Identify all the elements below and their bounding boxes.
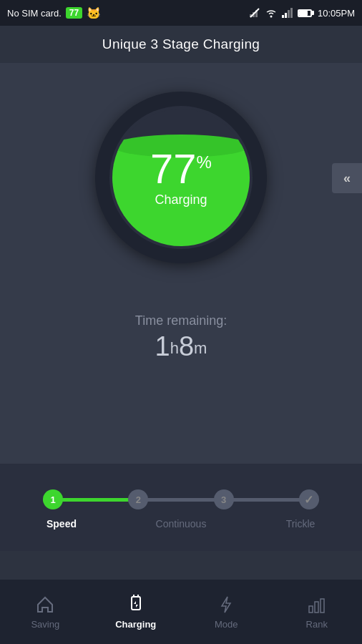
time-hours-unit: h [170,339,179,357]
slider-nodes: 1 2 3 ✓ [43,485,319,514]
slider-node-check[interactable]: ✓ [299,489,319,509]
svg-rect-17 [315,602,318,613]
cat-icon: 🐱 [87,6,101,20]
title-bar: Unique 3 Stage Charging [0,26,362,63]
battery-status-label: Charging [155,192,207,208]
slider-node-1[interactable]: 1 [43,489,63,509]
slider-node-1-label: 1 [50,494,55,505]
svg-rect-3 [255,10,258,17]
charging-icon [126,595,146,615]
svg-rect-18 [321,599,324,613]
main-content: « [0,63,362,464]
svg-rect-2 [253,12,255,17]
cell-signal-icon [282,8,293,18]
slider-label-trickle: Trickle [272,518,329,530]
slider-track-container[interactable]: 1 2 3 ✓ [29,485,333,514]
home-icon [35,595,55,615]
nav-label-rank: Rank [306,619,328,630]
time-minutes: 8 [179,331,194,361]
slider-node-3-label: 3 [221,494,226,505]
status-bar: No SIM card. 77 🐱 10:05PM [0,0,362,26]
nav-label-saving: Saving [31,619,59,630]
bolt-icon [216,595,236,615]
svg-rect-7 [288,10,290,18]
status-left: No SIM card. 77 🐱 [7,6,101,20]
signal-slash-icon [249,7,260,19]
nav-item-rank[interactable]: Rank [272,580,363,644]
slider-node-2-label: 2 [136,494,141,505]
bar-chart-icon [307,595,327,615]
status-right: 10:05PM [249,7,355,19]
time-minutes-unit: m [194,339,207,357]
no-sim-text: No SIM card. [7,8,62,19]
time-remaining-value: 1h8m [155,331,207,362]
svg-rect-6 [285,13,287,18]
slider-label-continuous: Continuous [152,518,210,530]
battery-outer-ring: 77% Charging [95,92,267,263]
collapse-button[interactable]: « [332,163,362,193]
svg-rect-16 [309,606,313,613]
time-display: 10:05PM [318,8,355,19]
page-title: Unique 3 Stage Charging [102,36,260,52]
battery-percent-display: 77% [150,148,212,190]
battery-percent-value: 77 [150,148,197,190]
battery-inner: 77% Charging [109,106,253,249]
svg-rect-1 [250,14,252,17]
slider-labels: Speed Continuous Trickle [29,518,333,530]
wifi-icon [265,8,278,18]
nav-label-mode: Mode [215,619,238,630]
slider-label-speed: Speed [33,518,90,530]
nav-item-saving[interactable]: Saving [0,580,91,644]
stage-section: 1 2 3 ✓ Speed Continuous Trickle [0,464,362,551]
svg-rect-8 [290,8,293,18]
battery-circle-container: 77% Charging [95,92,267,263]
time-remaining-section: Time remaining: 1h8m [135,313,227,362]
battery-icon [298,9,312,17]
collapse-icon: « [343,171,351,186]
svg-rect-5 [282,15,284,18]
nav-item-charging[interactable]: Charging [91,580,182,644]
svg-point-4 [270,16,272,18]
time-remaining-label: Time remaining: [135,313,227,328]
battery-percent-badge: 77 [66,7,82,19]
slider-check-icon: ✓ [304,493,313,507]
nav-label-charging: Charging [115,619,156,630]
bottom-nav: Saving Charging Mode Rank [0,580,362,644]
battery-text-container: 77% Charging [150,148,212,208]
slider-node-3[interactable]: 3 [214,489,234,509]
battery-percent-sign: % [197,154,212,171]
nav-item-mode[interactable]: Mode [181,580,272,644]
time-hours: 1 [155,331,170,361]
slider-node-2[interactable]: 2 [128,489,148,509]
